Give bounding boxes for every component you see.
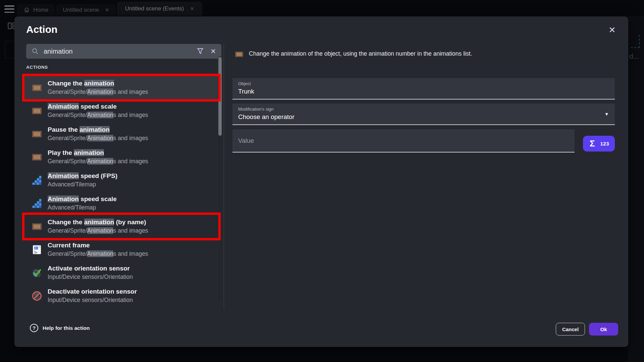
current-frame-icon xyxy=(32,244,42,255)
sigma-icon: Σ xyxy=(590,138,595,149)
action-search-input[interactable]: animation ✕ xyxy=(26,44,221,59)
action-item[interactable]: Change the animation (by name)General/Sp… xyxy=(24,215,218,238)
expression-editor-button[interactable]: Σ 123 xyxy=(583,136,615,152)
sprite-animation-icon xyxy=(32,221,42,232)
action-item-path: General/Sprite/Animations and images xyxy=(48,158,148,165)
tilemap-icon xyxy=(32,198,42,209)
help-label: Help for this action xyxy=(43,325,90,331)
action-item-path: Advanced/Tilemap xyxy=(48,181,117,188)
dialog-title: Action xyxy=(26,24,57,35)
action-list: Change the animationGeneral/Sprite/Anima… xyxy=(24,76,218,307)
action-item[interactable]: Current frameGeneral/Sprite/Animations a… xyxy=(24,238,218,261)
action-dialog: Action ✕ animation ✕ ACTIONS Change the … xyxy=(14,16,628,347)
action-item-title: Play the animation xyxy=(48,149,148,157)
panel-divider xyxy=(224,44,224,309)
sprite-animation-icon xyxy=(32,152,42,163)
object-field[interactable]: Object Trunk xyxy=(232,78,615,100)
action-item-path: General/Sprite/Animations and images xyxy=(48,88,148,96)
action-item[interactable]: Change the animationGeneral/Sprite/Anima… xyxy=(24,76,218,99)
action-item-path: Advanced/Tilemap xyxy=(48,204,117,211)
object-field-value: Trunk xyxy=(238,88,615,95)
value-input[interactable]: Value xyxy=(232,129,575,153)
operator-select[interactable]: Modification's sign Choose an operator ▼ xyxy=(232,104,615,125)
action-item[interactable]: Animation speed scaleGeneral/Sprite/Anim… xyxy=(24,99,218,122)
sprite-animation-icon xyxy=(32,129,42,139)
action-item-path: Input/Device sensors/Orientation xyxy=(48,274,133,281)
action-item[interactable]: Animation speed (FPS)Advanced/Tilemap xyxy=(24,169,218,192)
tilemap-icon xyxy=(32,175,42,186)
clear-search-icon[interactable]: ✕ xyxy=(209,47,216,55)
operator-field-label: Modification's sign xyxy=(238,107,615,112)
action-item[interactable]: Play the animationGeneral/Sprite/Animati… xyxy=(24,145,218,169)
actions-section-label: ACTIONS xyxy=(26,65,48,70)
action-item-title: Deactivate orientation sensor xyxy=(48,288,137,296)
action-description: Change the animation of the object, usin… xyxy=(249,50,472,58)
action-item-title: Current frame xyxy=(48,242,148,249)
help-icon: ? xyxy=(30,324,38,332)
action-item-path: General/Sprite/Animations and images xyxy=(48,227,148,234)
sprite-animation-icon xyxy=(32,82,42,93)
close-icon[interactable]: ✕ xyxy=(606,24,618,36)
sprite-animation-icon xyxy=(235,50,244,59)
action-item-title: Animation speed scale xyxy=(48,195,117,203)
sensor-on-icon xyxy=(32,267,42,278)
action-item-title: Animation speed (FPS) xyxy=(48,172,117,180)
action-item[interactable]: Deactivate orientation sensorInput/Devic… xyxy=(24,284,218,307)
chevron-down-icon: ▼ xyxy=(604,112,609,117)
action-item-path: General/Sprite/Animations and images xyxy=(48,112,148,119)
search-query[interactable]: animation xyxy=(44,48,192,55)
sprite-animation-icon xyxy=(32,106,42,116)
action-item-path: General/Sprite/Animations and images xyxy=(48,250,148,257)
action-item-title: Animation speed scale xyxy=(48,103,148,111)
operator-field-value: Choose an operator xyxy=(238,113,615,121)
action-item-path: General/Sprite/Animations and images xyxy=(48,135,148,142)
action-item-title: Pause the animation xyxy=(48,126,148,134)
list-scrollbar[interactable] xyxy=(218,56,222,299)
action-item-path: Input/Device sensors/Orientation xyxy=(48,297,137,304)
scrollbar-thumb[interactable] xyxy=(218,57,222,136)
cancel-button[interactable]: Cancel xyxy=(556,323,585,336)
action-item[interactable]: Animation speed scaleAdvanced/Tilemap xyxy=(24,192,218,215)
action-item-title: Change the animation xyxy=(48,80,148,87)
action-item-title: Activate orientation sensor xyxy=(48,265,133,273)
help-link[interactable]: ? Help for this action xyxy=(30,324,90,332)
sensor-off-icon xyxy=(32,291,42,301)
filter-icon[interactable] xyxy=(196,47,204,55)
action-item-title: Change the animation (by name) xyxy=(48,219,148,226)
object-field-label: Object xyxy=(238,81,615,86)
action-item[interactable]: Pause the animationGeneral/Sprite/Animat… xyxy=(24,122,218,145)
ok-button[interactable]: Ok xyxy=(589,323,618,336)
value-placeholder: Value xyxy=(238,137,254,144)
action-item[interactable]: Activate orientation sensorInput/Device … xyxy=(24,261,218,284)
search-icon xyxy=(32,48,39,55)
numbers-123-label: 123 xyxy=(600,141,609,146)
